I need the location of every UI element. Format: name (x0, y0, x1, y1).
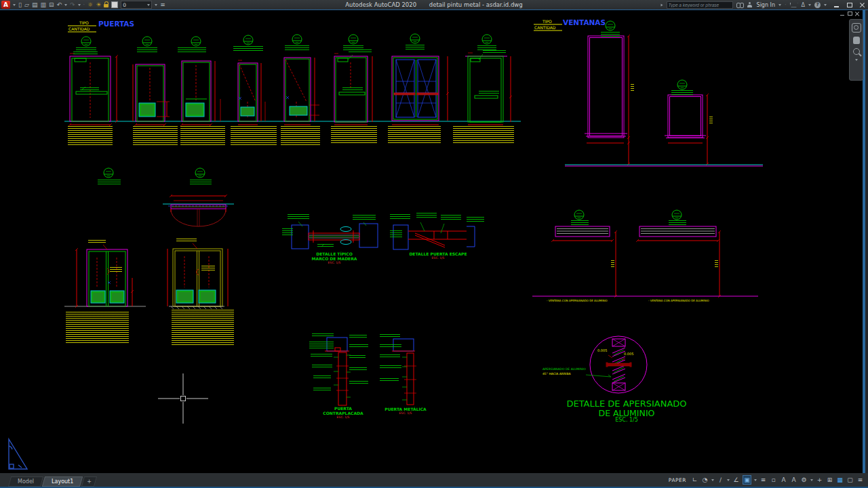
contra-leader-l1 (312, 333, 334, 338)
window-restore-button[interactable] (846, 2, 852, 8)
crosshair-cursor (158, 373, 208, 424)
metal-leader-4 (380, 365, 401, 369)
osnap-caret-icon[interactable] (754, 479, 757, 481)
window-close-button[interactable] (859, 2, 865, 8)
door2-notes (133, 126, 178, 146)
layer-lock-icon[interactable] (104, 4, 108, 7)
ventana-note-left: - VENTANA CON APERSIANADO DE ALUMINIO (547, 300, 608, 302)
infocenter: Sign In · Δ ? (660, 1, 868, 9)
zoom-icon[interactable] (853, 48, 860, 55)
annotation-autoscale-icon[interactable]: A (790, 476, 797, 484)
annotation-scale-icon[interactable]: ⚙ (800, 476, 808, 484)
tab-layout1[interactable]: Layout1 (43, 476, 81, 487)
marco-leader-side (282, 228, 293, 235)
navbar-caret-icon[interactable] (855, 59, 858, 61)
user-icon (747, 2, 753, 8)
snap-mode-icon[interactable]: ∟ (691, 476, 698, 484)
annotation-monitor-icon[interactable]: + (816, 476, 823, 484)
dd1-handle-label (110, 267, 122, 272)
layer-on-icon[interactable]: ☼ (87, 1, 93, 9)
undo-icon[interactable]: ↶ (56, 1, 62, 9)
infocenter-collapse-icon[interactable] (660, 3, 663, 6)
doc-minimize-button[interactable] (840, 11, 845, 16)
undo-caret-icon[interactable] (64, 4, 67, 6)
search-icon[interactable] (736, 3, 744, 7)
polar-caret-icon[interactable] (727, 479, 730, 481)
door8-notes (453, 126, 514, 144)
apersianado-dim-left: 0.005 (597, 349, 607, 353)
isolate-objects-icon[interactable]: ▢ (846, 476, 854, 484)
metal-leader-2 (380, 344, 401, 348)
door6-shelf-label (342, 87, 363, 90)
escape-leader-5 (390, 230, 402, 239)
annotation-scale-caret-icon[interactable] (810, 479, 813, 481)
annotation-visibility-icon[interactable]: A (780, 476, 787, 484)
sign-in-label[interactable]: Sign In (757, 2, 775, 8)
louver2-dim-value (715, 260, 718, 268)
door-symbol-row2 (104, 168, 205, 178)
qat-customize-caret-icon[interactable] (155, 4, 157, 6)
isodraft-icon[interactable]: ∠ (732, 476, 740, 484)
doc-restore-button[interactable] (847, 11, 852, 16)
plot-icon[interactable]: ⊟ (49, 1, 54, 9)
row2-symbol2-label (190, 180, 212, 185)
save-icon[interactable]: ▤ (32, 1, 38, 9)
help-caret-icon[interactable] (824, 4, 827, 6)
polar-tracking-icon[interactable]: ∕ (717, 476, 724, 484)
help-icon[interactable]: ? (814, 2, 821, 8)
app-store-cart-icon[interactable] (790, 3, 798, 7)
sign-in-caret-icon[interactable] (778, 4, 781, 6)
selection-cycling-icon[interactable]: ▫ (770, 476, 777, 484)
door6-closer-label (349, 49, 372, 52)
window-minimize-button[interactable] (833, 2, 840, 8)
steering-wheel-icon[interactable] (852, 23, 861, 33)
toolbar-separator: · (785, 2, 787, 8)
paper-space-label[interactable]: PAPER (669, 477, 686, 483)
layer-dropdown[interactable]: 0 (121, 1, 152, 9)
tab-add[interactable]: + (83, 476, 96, 487)
layer-color-swatch[interactable] (111, 1, 118, 8)
new-file-icon[interactable]: ▯ (18, 1, 22, 9)
dd1-top-label (88, 240, 106, 243)
open-file-icon[interactable]: ▱ (24, 1, 29, 9)
doc-close-button[interactable] (854, 11, 860, 16)
drawing-canvas[interactable]: TIPO CANTIDAD PUERTAS TIPO CANTIDAD VENT… (0, 9, 868, 474)
door3-notes (180, 126, 225, 146)
apersianado-leader-2: 45° HACIA ARRIBA (542, 373, 571, 376)
detail-marco-madera (292, 222, 378, 249)
app-menu-caret-icon[interactable] (13, 4, 16, 6)
titlebar: A ▯ ▱ ▤ ▥ ⊟ ↶ ↷ · ☼ ☀ 0 ≡ Autodesk AutoC… (0, 0, 868, 10)
document-window-controls (840, 11, 860, 16)
puertas-tipo-label: TIPO (79, 21, 89, 26)
save-as-icon[interactable]: ▥ (40, 1, 46, 9)
search-input[interactable] (667, 1, 733, 9)
workspace-switching-icon[interactable]: ⊞ (826, 476, 833, 484)
contra-leader-l6 (313, 388, 331, 392)
object-snap-icon[interactable]: ▣ (743, 475, 751, 485)
hardware-acceleration-icon[interactable]: ▦ (836, 476, 844, 484)
lineweight-icon[interactable]: ≡ (760, 476, 767, 484)
redo-icon[interactable]: ↷ (70, 1, 75, 9)
dynamic-input-caret-icon[interactable] (711, 479, 714, 481)
redo-caret-icon[interactable] (78, 4, 81, 6)
detail-puerta-metalica (392, 339, 416, 405)
autodesk-alert-icon[interactable]: Δ (802, 2, 805, 8)
pan-icon[interactable] (853, 37, 860, 44)
app-title: Autodesk AutoCAD 2020 (345, 1, 416, 8)
layer-freeze-icon[interactable]: ☀ (96, 1, 101, 9)
tab-model[interactable]: Model (9, 476, 42, 487)
autocad-logo-icon[interactable]: A (1, 1, 10, 9)
door2-symbol-label (137, 47, 157, 52)
ventanas-cantidad-label: CANTIDAD (534, 26, 555, 30)
alert-caret-icon[interactable] (808, 4, 811, 6)
qat-menu-icon[interactable]: ≡ (160, 1, 165, 9)
layer-dropdown-value: 0 (123, 2, 126, 8)
customization-icon[interactable]: ≡ (856, 476, 864, 484)
layer-dropdown-caret-icon (147, 4, 150, 6)
window-ground-line (565, 165, 763, 166)
contraplacada-scale: ESC. 1/5 (319, 416, 368, 420)
dynamic-input-icon[interactable]: ◔ (701, 476, 709, 484)
ucs-icon (9, 439, 27, 469)
metal-leader-5 (380, 378, 399, 382)
metal-leader-1 (380, 334, 400, 338)
